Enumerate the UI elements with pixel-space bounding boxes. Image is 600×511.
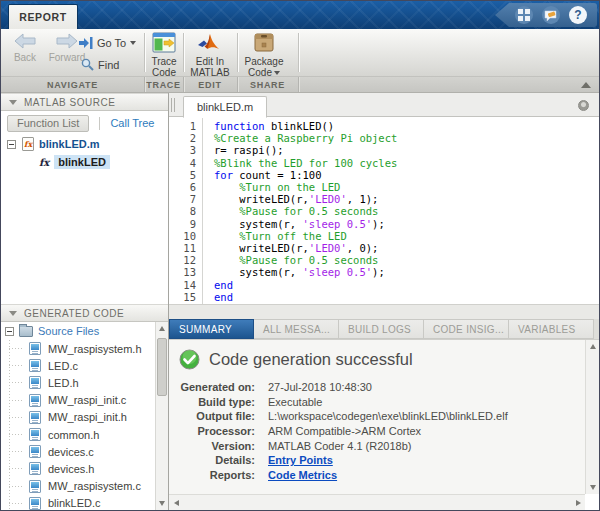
collapse-section-icon	[9, 100, 17, 105]
code-line: %Pause for 0.5 seconds	[214, 205, 397, 217]
tree-item-file[interactable]: common.h	[1, 426, 155, 443]
splitter-grip[interactable]	[171, 98, 175, 112]
tree-item-file[interactable]: devices.c	[1, 443, 155, 460]
source-file-icon	[29, 462, 41, 475]
back-button[interactable]: Back	[7, 33, 43, 63]
summary-row: Generated on:27-Jul-2018 10:48:30	[169, 380, 599, 395]
collapse-ribbon-icon[interactable]	[581, 82, 591, 88]
function-list-label: Function List	[17, 117, 79, 129]
tab-code-insig[interactable]: CODE INSIG...	[424, 319, 509, 339]
right-panel: blinkLED.m 123456789101112131415 functio…	[169, 93, 599, 510]
scroll-down-icon[interactable]	[586, 481, 599, 494]
generated-files-scrollbar[interactable]	[155, 322, 168, 510]
summary-heading: Code generation successful	[169, 340, 599, 370]
tab-build-logs[interactable]: BUILD LOGS	[339, 319, 424, 339]
goto-button[interactable]: Go To	[79, 37, 136, 49]
forward-arrow-icon	[56, 33, 78, 49]
tree-item-file[interactable]: MW_raspi_init.c	[1, 392, 155, 409]
summary-label: Processor:	[169, 425, 255, 437]
tree-connector	[9, 417, 23, 418]
goto-icon	[79, 37, 93, 49]
file-name: common.h	[48, 429, 99, 441]
tree-connector	[9, 382, 23, 383]
call-tree-link[interactable]: Call Tree	[110, 117, 154, 129]
source-file-icon	[29, 359, 41, 372]
function-list-button[interactable]: Function List	[7, 115, 89, 132]
summary-horizontal-scrollbar[interactable]	[169, 494, 585, 510]
tab-all-messa[interactable]: ALL MESSA...	[254, 319, 339, 339]
source-view-switch: Function List Call Tree	[1, 111, 168, 135]
scroll-right-icon[interactable]	[571, 495, 585, 510]
summary-vertical-scrollbar[interactable]	[585, 340, 599, 494]
tree-item-file[interactable]: MW_raspisystem.h	[1, 340, 155, 357]
source-file-icon	[29, 428, 41, 441]
edit-in-matlab-button[interactable]: Edit In MATLAB	[184, 32, 236, 78]
function-tree: blinkLED.m fx blinkLED	[1, 135, 168, 171]
code-viewer[interactable]: 123456789101112131415 function blinkLED(…	[169, 117, 599, 304]
help-icon[interactable]: ?	[569, 6, 587, 24]
tree-item-file[interactable]: MW_raspisystem.c	[1, 478, 155, 495]
summary-label: Details:	[169, 454, 255, 466]
folder-icon	[19, 326, 33, 337]
tree-item-file[interactable]: LED.c	[1, 357, 155, 374]
tab-report[interactable]: REPORT	[8, 4, 78, 29]
tab-variables[interactable]: VARIABLES	[509, 319, 594, 339]
generated-code-header[interactable]: GENERATED CODE	[1, 304, 168, 322]
titlebar-icon-cluster: ?	[495, 3, 597, 27]
collapse-node-icon[interactable]	[7, 140, 16, 149]
feedback-glyph	[544, 9, 558, 22]
result-tabs: SUMMARYALL MESSA...BUILD LOGSCODE INSIG.…	[169, 319, 599, 339]
pane-options-icon[interactable]	[578, 100, 589, 111]
tree-connector	[9, 348, 23, 349]
scroll-left-icon[interactable]	[169, 495, 183, 510]
generated-files-panel: Source Files MW_raspisystem.hLED.cLED.hM…	[1, 322, 155, 510]
matlab-source-header[interactable]: MATLAB SOURCE	[1, 93, 168, 111]
tree-connector	[9, 400, 23, 401]
function-name-selected[interactable]: blinkLED	[54, 155, 110, 169]
summary-link[interactable]: Entry Points	[268, 454, 333, 466]
find-button[interactable]: Find	[81, 58, 119, 71]
collapse-node-icon[interactable]	[5, 327, 14, 336]
tree-item-file[interactable]: LED.h	[1, 374, 155, 391]
summary-label: Build type:	[169, 396, 255, 408]
source-files-label[interactable]: Source Files	[38, 325, 99, 337]
summary-label: Generated on:	[169, 381, 255, 393]
tree-item-file[interactable]: blinkLED.c	[1, 495, 155, 510]
tree-item-mfile[interactable]: blinkLED.m	[1, 135, 168, 153]
scrollbar-thumb[interactable]	[157, 338, 167, 396]
summary-row: Details:Entry Points	[169, 453, 599, 468]
summary-value: 27-Jul-2018 10:48:30	[268, 381, 372, 393]
ribbon-toolbar: Back Forward Go To Find	[1, 29, 599, 77]
source-file-icon	[29, 445, 41, 458]
matlab-coder-report-window: REPORT ? Back	[0, 0, 600, 511]
file-name: MW_raspisystem.c	[48, 480, 141, 492]
tree-item-source-files[interactable]: Source Files	[1, 322, 155, 340]
tree-item-file[interactable]: MW_raspi_init.h	[1, 409, 155, 426]
tree-item-file[interactable]: devices.h	[1, 460, 155, 477]
tree-connector	[9, 486, 23, 487]
code-line: system(r, 'sleep 0.5');	[214, 266, 397, 278]
code-line: %Blink the LED for 100 cycles	[214, 157, 397, 169]
feedback-icon[interactable]	[542, 6, 560, 24]
help-glyph: ?	[574, 8, 581, 22]
scroll-up-icon[interactable]	[586, 340, 599, 353]
editor-tab-label: blinkLED.m	[197, 101, 253, 113]
summary-link[interactable]: Code Metrics	[268, 469, 337, 481]
code-line: for count = 1:100	[214, 169, 397, 181]
fx-icon: fx	[39, 157, 49, 168]
summary-row: Output file:L:\workspace\codegen\exe\bli…	[169, 409, 599, 424]
editor-summary-splitter[interactable]	[169, 304, 599, 319]
scroll-down-icon[interactable]	[156, 497, 168, 510]
tree-item-function[interactable]: fx blinkLED	[1, 153, 168, 171]
find-icon	[81, 58, 94, 71]
package-code-button[interactable]: Package Code	[238, 32, 290, 78]
layout-grid-icon[interactable]	[515, 6, 533, 24]
editor-tab-blinkled[interactable]: blinkLED.m	[183, 96, 267, 118]
mfile-name[interactable]: blinkLED.m	[39, 138, 100, 150]
forward-label: Forward	[49, 52, 86, 63]
scroll-up-icon[interactable]	[156, 322, 168, 335]
success-check-icon	[179, 349, 200, 370]
matlab-icon	[197, 32, 223, 53]
tab-summary[interactable]: SUMMARY	[169, 319, 254, 339]
code-line: %Turn off the LED	[214, 230, 397, 242]
